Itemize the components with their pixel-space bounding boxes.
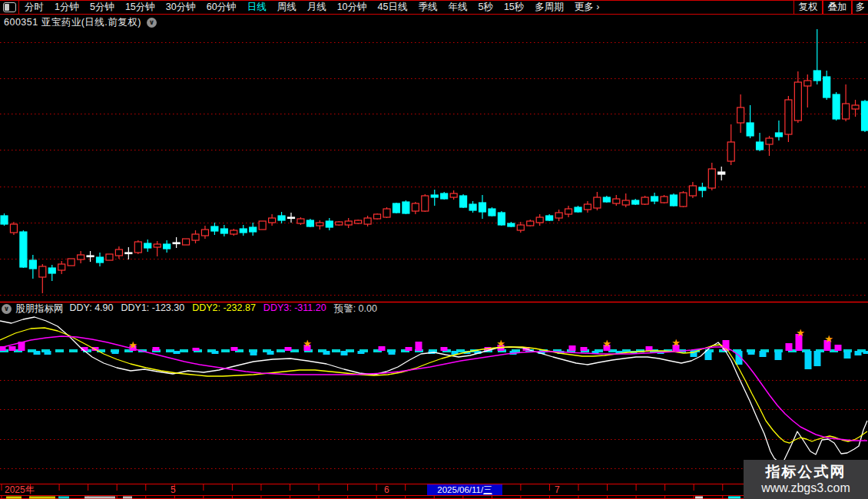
candlestick bbox=[862, 101, 868, 131]
candlestick bbox=[613, 199, 620, 203]
candlestick bbox=[747, 123, 754, 136]
period-tab-8[interactable]: 月线 bbox=[302, 1, 332, 14]
multi-button[interactable]: 多 bbox=[852, 1, 868, 14]
ddy-bar-up bbox=[569, 345, 576, 351]
axis-label-0: 2025年 bbox=[5, 484, 35, 495]
candlestick bbox=[144, 243, 151, 248]
period-tab-14[interactable]: 15秒 bbox=[499, 1, 529, 14]
period-tab-13[interactable]: 5秒 bbox=[472, 1, 498, 14]
candlestick bbox=[422, 196, 429, 211]
candlestick bbox=[517, 225, 524, 230]
candlestick bbox=[479, 203, 486, 212]
adjust-rights-button[interactable]: 复权 bbox=[793, 1, 823, 14]
candlestick bbox=[594, 197, 601, 208]
ddy-bar-up bbox=[285, 347, 292, 351]
signal-star-icon: ★ bbox=[496, 338, 505, 349]
candlestick bbox=[115, 250, 122, 256]
indicator-values: DDY: 4.90DDY1: -123.30DDY2: -232.87DDY3:… bbox=[70, 302, 385, 316]
signal-star-icon: ★ bbox=[824, 333, 833, 345]
candlestick bbox=[555, 213, 562, 218]
candlestick bbox=[508, 223, 515, 226]
period-tab-1[interactable]: 1分钟 bbox=[49, 1, 84, 14]
period-tab-9[interactable]: 10分钟 bbox=[332, 1, 373, 14]
period-tab-2[interactable]: 5分钟 bbox=[84, 1, 120, 14]
layout-toggle-cell[interactable] bbox=[0, 1, 19, 14]
ddy-bar-down bbox=[34, 351, 41, 355]
ddy-bar-down bbox=[358, 351, 365, 354]
stock-title: 600351 亚宝药业(日线.前复权) bbox=[4, 16, 141, 29]
clipped-text-fragment bbox=[728, 497, 740, 499]
candlestick bbox=[10, 224, 17, 233]
candlestick bbox=[269, 218, 276, 223]
candlestick bbox=[708, 169, 715, 188]
candlestick bbox=[374, 214, 381, 219]
candlestick bbox=[134, 242, 141, 253]
candlestick bbox=[336, 222, 343, 225]
candlestick bbox=[183, 239, 190, 245]
candlestick bbox=[527, 221, 534, 226]
clipped-text-fragment bbox=[29, 497, 55, 499]
candlestick bbox=[536, 217, 543, 223]
ddy-bar-up bbox=[193, 348, 200, 351]
candlestick bbox=[622, 200, 629, 205]
candlestick bbox=[689, 186, 696, 196]
signal-star-icon: ★ bbox=[128, 339, 137, 351]
candlestick bbox=[192, 234, 199, 240]
period-tab-6[interactable]: 日线 bbox=[242, 1, 272, 14]
signal-star-icon: ★ bbox=[671, 337, 681, 349]
chart-canvas[interactable]: ★★★★★★★ bbox=[0, 0, 868, 499]
candlestick bbox=[68, 259, 75, 266]
candlestick bbox=[220, 229, 227, 233]
candlestick bbox=[823, 77, 830, 97]
period-tabs: 分时1分钟5分钟15分钟30分钟60分钟日线周线月线10分钟45日线季线年线5秒… bbox=[19, 1, 605, 14]
ddy-bar-down bbox=[844, 351, 851, 359]
period-tab-3[interactable]: 15分钟 bbox=[120, 1, 161, 14]
indicator-value-3: DDY3: -311.20 bbox=[263, 302, 326, 316]
period-tab-11[interactable]: 季线 bbox=[412, 1, 442, 14]
period-tab-0[interactable]: 分时 bbox=[19, 1, 49, 14]
candlestick bbox=[575, 207, 581, 212]
period-tab-7[interactable]: 周线 bbox=[272, 1, 302, 14]
candlestick bbox=[306, 220, 313, 226]
candlestick bbox=[813, 71, 820, 81]
indicator-source-label: 股朋指标网 bbox=[15, 302, 64, 316]
candlestick bbox=[584, 204, 591, 210]
candlestick bbox=[201, 230, 208, 236]
candlestick bbox=[757, 142, 764, 150]
period-tab-12[interactable]: 年线 bbox=[442, 1, 472, 14]
chevron-down-icon[interactable]: ∨ bbox=[2, 304, 12, 314]
signal-star-icon: ★ bbox=[796, 327, 805, 339]
candlestick bbox=[154, 244, 161, 247]
ddy-bar-down bbox=[775, 351, 782, 360]
candlestick bbox=[843, 104, 850, 119]
candlestick bbox=[164, 244, 171, 249]
period-tab-15[interactable]: 多周期 bbox=[529, 1, 569, 14]
chevron-down-icon[interactable]: ∨ bbox=[147, 18, 157, 28]
ddy-bar-up bbox=[9, 346, 16, 351]
ddy-bar-down bbox=[863, 351, 868, 354]
candlestick bbox=[316, 223, 323, 226]
selected-date-badge: 2025/06/11/三 bbox=[427, 484, 502, 495]
candlestick bbox=[297, 219, 304, 223]
indicator-value-0: DDY: 4.90 bbox=[70, 302, 114, 316]
signal-star-icon: ★ bbox=[303, 338, 312, 349]
toolbar-right-buttons: 复权叠加多 bbox=[793, 1, 868, 14]
indicator-value-1: DDY1: -123.30 bbox=[121, 302, 184, 316]
ddy-bar-up bbox=[441, 347, 448, 351]
period-tab-5[interactable]: 60分钟 bbox=[201, 1, 242, 14]
clipped-text-fragment bbox=[58, 497, 69, 499]
candlestick bbox=[498, 213, 505, 225]
candlestick bbox=[699, 187, 706, 190]
ddy-bar-up bbox=[835, 345, 842, 351]
layout-toggle-icon bbox=[3, 2, 16, 12]
ddy-bar-up bbox=[581, 347, 588, 351]
ddy-bar-down bbox=[814, 351, 821, 366]
candlestick bbox=[603, 197, 610, 202]
overlay-button[interactable]: 叠加 bbox=[823, 1, 852, 14]
candlestick bbox=[48, 268, 55, 273]
period-tab-10[interactable]: 45日线 bbox=[373, 1, 413, 14]
ddy-bar-up bbox=[786, 343, 793, 351]
period-tab-16[interactable]: 更多 › bbox=[569, 1, 605, 14]
ddy-bar-down bbox=[805, 351, 812, 369]
period-tab-4[interactable]: 30分钟 bbox=[161, 1, 201, 14]
